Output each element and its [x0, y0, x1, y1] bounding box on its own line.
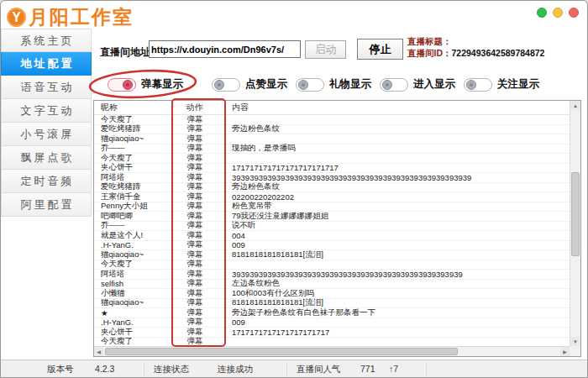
sidebar-item-ali-config[interactable]: 阿里配置 — [1, 193, 92, 217]
message-table: 昵称 动作 内容 今天瘦了弹幕爱吃烤猪蹄弹幕旁边粉色条纹猫qiaoqiao~弹幕… — [93, 100, 581, 357]
table-row[interactable]: 今天瘦了弹幕 — [94, 338, 570, 347]
toggle-enter-display[interactable]: 进入显示 — [380, 77, 455, 92]
cell-content: 现抽的，是录播吗 — [225, 143, 570, 154]
connection-status-value: 连接成功 — [218, 364, 253, 375]
cell-content: 171717171717171717171717 — [225, 163, 570, 172]
cell-content: 旁边粉色条纹 — [225, 123, 570, 134]
cell-content: 1717171717171717171717 — [225, 328, 570, 337]
cell-action: 弹幕 — [173, 336, 225, 346]
sidebar-item-system-home[interactable]: 系统主页 — [1, 29, 92, 52]
cell-nickname: 就是这个人! — [94, 230, 173, 241]
sidebar: 系统主页 地址配置 语音互动 文字互动 小号滚屏 飘屏点歌 定时音频 阿里配置 — [1, 29, 92, 217]
cell-nickname: 今天瘦了 — [94, 336, 173, 346]
toggle-label: 礼物显示 — [329, 77, 371, 92]
vertical-scroll-thumb[interactable] — [571, 172, 580, 256]
cell-content: 3939393939393939393939393939393939393939… — [225, 270, 570, 279]
popularity-value: 771 — [360, 364, 375, 374]
window-control-yellow-icon[interactable] — [553, 8, 563, 18]
cell-content: 旁边粉色条纹 — [225, 181, 570, 192]
cell-nickname: .H-YanG. — [94, 318, 173, 327]
scrollbar-corner — [570, 346, 580, 356]
horizontal-scroll-thumb[interactable] — [105, 348, 458, 355]
cell-nickname: selfish — [94, 279, 173, 288]
cell-nickname: 阿塔塔 — [94, 269, 173, 280]
sidebar-item-text-interaction[interactable]: 文字互动 — [1, 99, 92, 123]
sidebar-item-voice-interaction[interactable]: 语音互动 — [1, 76, 92, 99]
cell-content: 02200220202202 — [225, 192, 570, 202]
toggle-like-display[interactable]: 点赞显示 — [212, 77, 287, 92]
scroll-down-icon[interactable]: ▼ — [570, 337, 580, 346]
column-header-nickname[interactable]: 昵称 — [94, 101, 173, 114]
window-control-green-icon[interactable] — [537, 8, 547, 18]
window-controls — [537, 8, 579, 18]
stop-button[interactable]: 停止 — [357, 39, 403, 60]
statusbar-divider — [286, 364, 287, 375]
toggle-danmaku-display[interactable]: 弹幕显示 — [108, 77, 183, 92]
sidebar-item-float-song[interactable]: 飘屏点歌 — [1, 146, 92, 170]
statusbar-divider — [426, 364, 427, 375]
scroll-left-icon[interactable]: ◀ — [94, 347, 103, 356]
toggle-switch[interactable] — [464, 78, 492, 92]
cell-content: 旁边架子粉色条纹有白色袜子那条看一下 — [225, 307, 570, 318]
popularity-delta: ↑7 — [389, 364, 398, 374]
table-row[interactable]: ★弹幕旁边架子粉色条纹有白色袜子那条看一下 — [94, 308, 570, 318]
toggle-gift-display[interactable]: 礼物显示 — [296, 77, 371, 92]
version-value: 4.2.3 — [95, 364, 114, 374]
version-label: 版本号 — [47, 364, 74, 375]
vertical-scrollbar[interactable]: ▲ ▼ — [570, 101, 580, 346]
stream-id-label: 直播间ID： — [407, 48, 452, 58]
table-row[interactable]: 就是这个人!弹幕004 — [94, 231, 570, 241]
stream-title-label: 直播标题： — [407, 36, 452, 46]
cell-nickname: .H-YanG. — [94, 240, 173, 249]
sidebar-item-alt-scroll[interactable]: 小号滚屏 — [1, 123, 92, 146]
toggle-label: 点赞显示 — [245, 77, 287, 92]
toggle-switch[interactable] — [380, 78, 408, 92]
cell-content: 009 — [225, 240, 570, 249]
cell-content: 说不听 — [225, 220, 570, 231]
status-bar: 版本号 4.2.3 连接状态 连接成功 直播间人气 771 ↑7 — [1, 360, 587, 377]
scroll-up-icon[interactable]: ▲ — [570, 101, 580, 110]
cell-content: 8181818181818181[流泪] — [225, 249, 570, 260]
sidebar-item-timed-audio[interactable]: 定时音频 — [1, 170, 92, 193]
toggle-label: 进入显示 — [413, 77, 455, 92]
room-url-label: 直播间地址 — [100, 45, 150, 60]
column-header-content[interactable]: 内容 — [225, 101, 580, 114]
cell-content: 004 — [225, 231, 570, 240]
table-header: 昵称 动作 内容 — [94, 101, 580, 115]
toggle-switch[interactable] — [212, 78, 240, 92]
logo-icon: Y — [7, 8, 26, 27]
statusbar-divider — [144, 364, 144, 375]
column-header-action[interactable]: 动作 — [173, 101, 225, 114]
stream-info: 直播标题： 直播间ID：7229493642589784872 — [407, 35, 544, 59]
sidebar-item-address-config[interactable]: 地址配置 — [1, 52, 92, 76]
app-logo: Y 月阳工作室 — [7, 4, 134, 30]
cell-content: 009 — [225, 318, 570, 327]
stream-id-value: 7229493642589784872 — [452, 48, 545, 58]
cell-content: 3939393939393939393939393939393939393939… — [225, 173, 570, 182]
cell-nickname: 猫qiaoqiao~ — [94, 297, 173, 308]
cell-nickname: ★ — [94, 308, 173, 318]
room-url-input[interactable] — [149, 40, 301, 58]
toggle-switch[interactable] — [108, 78, 136, 92]
table-body: 今天瘦了弹幕爱吃烤猪蹄弹幕旁边粉色条纹猫qiaoqiao~弹幕乔——弹幕现抽的，… — [94, 115, 570, 346]
horizontal-scrollbar[interactable]: ◀ ▶ — [94, 346, 570, 356]
toggle-follow-display[interactable]: 关注显示 — [464, 77, 539, 92]
start-button[interactable]: 启动 — [305, 40, 346, 59]
toggle-switch[interactable] — [296, 78, 324, 92]
connection-status-label: 连接状态 — [154, 364, 189, 375]
app-title: 月阳工作室 — [29, 4, 134, 30]
app-window: Y 月阳工作室 系统主页 地址配置 语音互动 文字互动 小号滚屏 飘屏点歌 定时… — [0, 0, 588, 378]
toggle-label: 弹幕显示 — [141, 77, 183, 92]
scroll-right-icon[interactable]: ▶ — [560, 347, 570, 356]
window-control-red-icon[interactable] — [569, 8, 579, 18]
popularity-label: 直播间人气 — [297, 364, 341, 375]
toggle-label: 关注显示 — [497, 77, 539, 92]
